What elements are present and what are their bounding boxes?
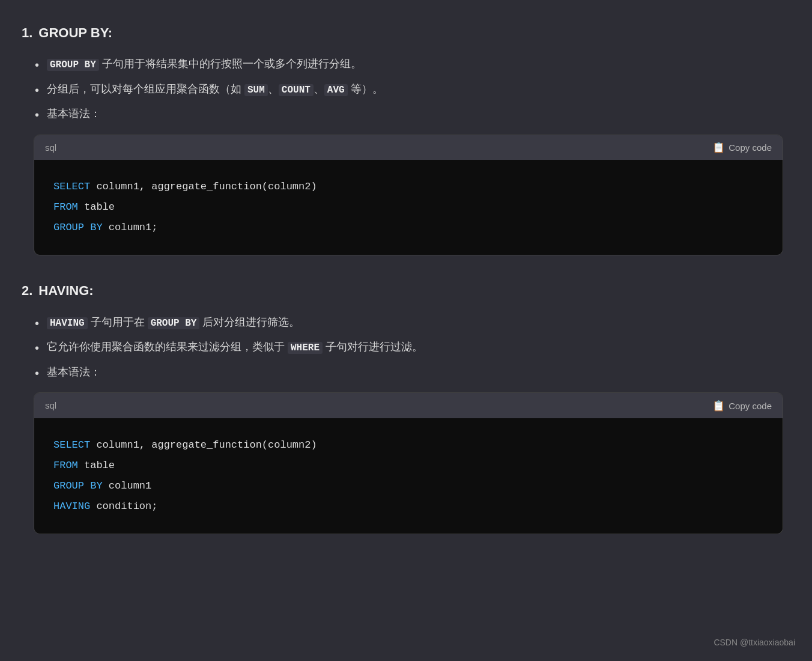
code-line: HAVING condition;: [53, 496, 763, 517]
code-line: GROUP BY column1;: [53, 218, 763, 238]
code-line: SELECT column1, aggregate_function(colum…: [53, 177, 763, 197]
code-block-having: sql📋Copy codeSELECT column1, aggregate_f…: [34, 392, 783, 534]
copy-label: Copy code: [729, 401, 772, 411]
bullet-item: GROUP BY 子句用于将结果集中的行按照一个或多个列进行分组。: [34, 55, 783, 74]
code-block-header: sql📋Copy code: [34, 393, 783, 418]
bullet-text: 基本语法：: [47, 366, 101, 378]
code-lang-label: sql: [45, 140, 56, 156]
sql-keyword: FROM: [53, 201, 78, 213]
section-heading: HAVING:: [38, 279, 93, 302]
code-block-group-by: sql📋Copy codeSELECT column1, aggregate_f…: [34, 135, 783, 256]
bullet-item: 基本语法：: [34, 363, 783, 382]
bullet-text: 子句用于在: [88, 316, 148, 328]
inline-code: AVG: [324, 84, 348, 96]
section-title-group-by: 1. GROUP BY:: [22, 22, 783, 44]
footer-text: CSDN @ttxiaoxiaobai: [714, 636, 795, 650]
section-group-by: 1. GROUP BY:GROUP BY 子句用于将结果集中的行按照一个或多个列…: [22, 22, 783, 255]
section-title-having: 2. HAVING:: [22, 279, 783, 302]
copy-label: Copy code: [729, 142, 772, 153]
copy-icon: 📋: [712, 141, 725, 154]
sql-keyword: GROUP BY: [53, 222, 103, 233]
code-block-body: SELECT column1, aggregate_function(colum…: [34, 160, 783, 255]
bullet-text: 、: [314, 83, 324, 95]
inline-code: COUNT: [279, 84, 314, 96]
sql-plain: column1, aggregate_function(column2): [90, 439, 317, 451]
inline-code: SUM: [244, 84, 268, 96]
sql-plain: column1, aggregate_function(column2): [90, 181, 317, 192]
bullet-text: 、: [268, 83, 279, 95]
sql-plain: condition;: [90, 501, 157, 512]
code-line: SELECT column1, aggregate_function(colum…: [53, 435, 763, 455]
code-block-body: SELECT column1, aggregate_function(colum…: [34, 418, 783, 534]
sql-plain: column1: [103, 480, 152, 492]
bullet-item: 分组后，可以对每个组应用聚合函数（如 SUM、COUNT、AVG 等）。: [34, 80, 783, 99]
bullet-text: 子句对行进行过滤。: [323, 341, 423, 353]
sql-keyword: FROM: [53, 460, 78, 471]
bullet-text: 后对分组进行筛选。: [199, 316, 300, 328]
copy-icon: 📋: [712, 400, 725, 412]
code-lang-label: sql: [45, 398, 56, 413]
sql-keyword: SELECT: [53, 181, 90, 192]
bullet-list-having: HAVING 子句用于在 GROUP BY 后对分组进行筛选。它允许你使用聚合函…: [22, 313, 783, 382]
section-heading: GROUP BY:: [38, 22, 112, 44]
section-number: 1.: [22, 22, 32, 44]
sql-keyword: SELECT: [53, 439, 90, 451]
sql-plain: column1;: [103, 222, 158, 233]
inline-code: WHERE: [288, 342, 323, 354]
sql-keyword: GROUP BY: [53, 480, 103, 492]
bullet-text: 等）。: [348, 83, 383, 95]
sql-plain: table: [78, 201, 115, 213]
bullet-list-group-by: GROUP BY 子句用于将结果集中的行按照一个或多个列进行分组。分组后，可以对…: [22, 55, 783, 124]
bullet-text: 分组后，可以对每个组应用聚合函数（如: [47, 83, 244, 95]
bullet-text: 子句用于将结果集中的行按照一个或多个列进行分组。: [99, 58, 362, 70]
inline-code: GROUP BY: [148, 317, 200, 329]
sql-keyword: HAVING: [53, 501, 90, 512]
code-line: FROM table: [53, 197, 763, 218]
code-line: GROUP BY column1: [53, 476, 763, 496]
inline-code: HAVING: [47, 317, 88, 329]
inline-code: GROUP BY: [47, 59, 99, 71]
code-block-header: sql📋Copy code: [34, 135, 783, 160]
sql-plain: table: [78, 460, 115, 471]
copy-code-button[interactable]: 📋Copy code: [712, 400, 772, 412]
bullet-text: 基本语法：: [47, 108, 101, 120]
bullet-item: 它允许你使用聚合函数的结果来过滤分组，类似于 WHERE 子句对行进行过滤。: [34, 338, 783, 357]
bullet-text: 它允许你使用聚合函数的结果来过滤分组，类似于: [47, 341, 288, 353]
bullet-item: HAVING 子句用于在 GROUP BY 后对分组进行筛选。: [34, 313, 783, 332]
copy-code-button[interactable]: 📋Copy code: [712, 141, 772, 154]
code-line: FROM table: [53, 455, 763, 476]
section-number: 2.: [22, 279, 32, 302]
section-having: 2. HAVING:HAVING 子句用于在 GROUP BY 后对分组进行筛选…: [22, 279, 783, 534]
bullet-item: 基本语法：: [34, 105, 783, 124]
